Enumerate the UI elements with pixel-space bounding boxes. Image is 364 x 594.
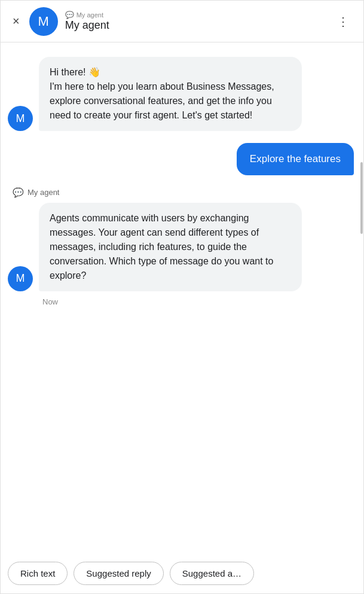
chips-bar: Rich text Suggested reply Suggested a… [1,556,363,593]
header-subtitle-text: My agent [77,11,103,19]
message-group-1: M Hi there! 👋I'm here to help you learn … [8,57,356,133]
header-subtitle: 💬 My agent [65,11,332,19]
chip-suggested-reply[interactable]: Suggested reply [74,562,163,585]
header-title-area: 💬 My agent My agent [65,11,332,32]
header-title: My agent [65,19,332,32]
agent-icon: 💬 [65,11,74,19]
chat-area: M Hi there! 👋I'm here to help you learn … [1,42,363,556]
scrollbar-track[interactable] [360,42,363,546]
agent-message-row-2: M Agents communicate with users by excha… [8,203,356,291]
user-message-text: Explore the features [250,153,341,165]
chat-header: × M 💬 My agent My agent ⋮ [1,1,363,42]
agent-message-text-1: Hi there! 👋I'm here to help you learn ab… [50,67,274,120]
agent-label-text: My agent [27,188,59,197]
more-options-button[interactable]: ⋮ [332,12,354,31]
user-message-row: Explore the features [8,143,356,175]
close-button[interactable]: × [10,12,22,31]
scrollbar-thumb [360,162,363,234]
user-bubble: Explore the features [237,143,354,175]
chip-rich-text[interactable]: Rich text [8,562,68,585]
agent-bubble-1: Hi there! 👋I'm here to help you learn ab… [39,57,302,131]
message-group-2: 💬 My agent M Agents communicate with use… [8,187,356,306]
app-container: × M 💬 My agent My agent ⋮ M Hi there! 👋I… [0,0,364,594]
header-avatar: M [29,7,58,36]
chip-suggested-action[interactable]: Suggested a… [170,562,254,585]
message-timestamp: Now [42,297,356,306]
agent-avatar-2: M [8,266,33,291]
agent-avatar-1: M [8,106,33,131]
agent-message-row-1: M Hi there! 👋I'm here to help you learn … [8,57,356,131]
agent-message-text-2: Agents communicate with users by exchang… [50,213,273,281]
agent-label-icon: 💬 [13,187,24,198]
agent-bubble-2: Agents communicate with users by exchang… [39,203,302,291]
agent-label: 💬 My agent [13,187,356,198]
